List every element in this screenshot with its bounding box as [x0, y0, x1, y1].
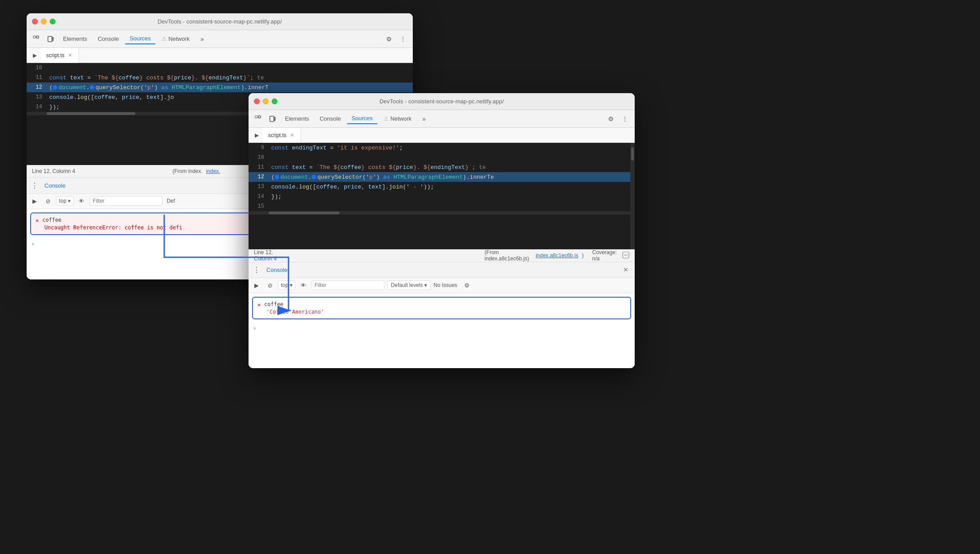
error-x-icon-back: ✕ — [36, 217, 39, 224]
devtools-toolbar-front: Elements Console Sources ⚠ Network » ⚙ ⋮ — [249, 110, 635, 128]
svg-rect-1 — [36, 36, 39, 38]
traffic-lights-front — [254, 98, 277, 104]
file-tab-name-back: script.ts — [46, 52, 64, 59]
inspect-icon[interactable] — [30, 33, 43, 45]
console-dots-back[interactable]: ⋮ — [30, 181, 39, 190]
settings-icon-back[interactable]: ⚙ — [383, 33, 395, 45]
tab-elements-back[interactable]: Elements — [59, 34, 91, 44]
default-levels-front[interactable]: Default levels ▾ — [387, 280, 431, 290]
tab-network-back[interactable]: ⚠ Network — [157, 34, 194, 44]
svg-rect-7 — [274, 117, 275, 121]
console-close-front[interactable]: ✕ — [620, 265, 631, 274]
from-label-front: (From index.a8c1ec6b.js) — [485, 249, 532, 262]
file-tab-bar-front: ▶ script.ts ✕ — [249, 128, 635, 143]
horizontal-scrollbar-front[interactable] — [249, 211, 635, 215]
maximize-button-front[interactable] — [272, 98, 277, 104]
status-bar-front: Line 12, Column 4 (From index.a8c1ec6b.j… — [249, 249, 635, 262]
toolbar-right-back: ⚙ ⋮ — [383, 33, 409, 45]
svg-rect-4 — [255, 116, 257, 118]
file-tab-bar-back: ▶ script.ts ✕ — [27, 48, 413, 63]
console-header-front: ⋮ Console ✕ — [249, 262, 635, 278]
execute-icon-front[interactable]: ▶ — [251, 280, 262, 291]
console-filter-back[interactable] — [90, 196, 162, 206]
code-line-11-front: 11 const text = `The ${coffee} costs ${p… — [249, 162, 635, 172]
sidebar-toggle-front[interactable]: ▶ — [250, 129, 263, 141]
devtools-toolbar-back: Elements Console Sources ⚠ Network » ⚙ ⋮ — [27, 30, 413, 48]
code-line-14-front: 14 }); — [249, 192, 635, 201]
tab-network-front[interactable]: ⚠ Network — [379, 114, 416, 124]
traffic-lights-back — [32, 19, 55, 24]
close-button-front[interactable] — [254, 98, 260, 104]
window-title-front: DevTools - consistent-source-map-pc.netl… — [379, 98, 504, 105]
index-link-back[interactable]: index. — [206, 168, 220, 174]
success-value-front: 'Coffee Americano' — [266, 309, 626, 315]
code-line-10-front: 10 — [249, 153, 635, 162]
device-icon[interactable] — [44, 33, 57, 45]
index-link-front[interactable]: index.a8c1ec6b.js — [536, 252, 578, 259]
eye-icon-front[interactable]: 👁 — [298, 280, 309, 291]
console-tab-front[interactable]: Console — [263, 266, 291, 274]
minimize-button[interactable] — [41, 19, 47, 24]
file-tab-back[interactable]: script.ts ✕ — [41, 48, 79, 63]
warning-icon-front: ⚠ — [383, 115, 389, 122]
more-options-icon-front[interactable]: ⋮ — [619, 113, 631, 125]
sidebar-toggle-back[interactable]: ▶ — [28, 49, 41, 62]
tab-console-front[interactable]: Console — [315, 114, 345, 124]
minimize-button-front[interactable] — [263, 98, 269, 104]
clear-icon-front[interactable]: ⊘ — [265, 280, 275, 291]
code-line-12-back: 12 (document.querySelector('p') as HTMLP… — [27, 83, 413, 92]
error-title-back: coffee — [42, 217, 61, 223]
window-title-back: DevTools - consistent-source-map-pc.netl… — [158, 18, 282, 25]
code-line-10: 10 — [27, 63, 413, 73]
eye-icon-back[interactable]: 👁 — [76, 196, 87, 206]
more-tabs-icon-front[interactable]: » — [418, 113, 430, 125]
tab-console-back[interactable]: Console — [93, 34, 123, 44]
toolbar-right-front: ⚙ ⋮ — [605, 113, 631, 125]
title-bar-front: DevTools - consistent-source-map-pc.netl… — [249, 93, 635, 110]
console-panel-front: ⋮ Console ✕ ▶ ⊘ top ▾ 👁 Default levels ▾… — [249, 262, 635, 369]
top-selector-back[interactable]: top ▾ — [56, 196, 74, 206]
coverage-label: Coverage: n/a — [592, 249, 619, 262]
console-toolbar-front: ▶ ⊘ top ▾ 👁 Default levels ▾ No Issues ⚙ — [249, 278, 635, 293]
tab-sources-back[interactable]: Sources — [125, 33, 155, 44]
more-options-icon-back[interactable]: ⋮ — [397, 33, 409, 45]
coverage-icon — [622, 251, 629, 259]
console-prompt-front: › — [249, 323, 635, 333]
execute-icon-back[interactable]: ▶ — [29, 196, 40, 206]
tab-sources-front[interactable]: Sources — [347, 113, 377, 124]
more-tabs-icon[interactable]: » — [196, 33, 208, 45]
file-tab-name-front: script.ts — [268, 132, 286, 138]
console-filter-front[interactable] — [312, 280, 384, 290]
title-bar-back: DevTools - consistent-source-map-pc.netl… — [27, 13, 413, 30]
maximize-button[interactable] — [50, 19, 55, 24]
close-button[interactable] — [32, 19, 38, 24]
svg-rect-5 — [258, 116, 261, 118]
console-dots-front[interactable]: ⋮ — [252, 265, 261, 274]
code-line-12-front: 12 (document.querySelector('p') as HTMLP… — [249, 172, 635, 182]
settings-icon-front[interactable]: ⚙ — [605, 113, 617, 125]
error-x-icon-front: ✕ — [257, 302, 261, 308]
svg-rect-2 — [48, 36, 52, 42]
clear-icon-back[interactable]: ⊘ — [43, 196, 53, 206]
cursor-front — [259, 325, 260, 331]
svg-rect-3 — [52, 37, 53, 41]
code-line-13-front: 13 console.log([coffee, price, text].joi… — [249, 182, 635, 192]
device-icon-front[interactable] — [266, 113, 279, 125]
file-tab-front[interactable]: script.ts ✕ — [263, 128, 301, 143]
prompt-arrow-front: › — [253, 325, 257, 331]
svg-rect-6 — [270, 116, 274, 122]
top-selector-front[interactable]: top ▾ — [278, 280, 296, 290]
chevron-down-icon-default: ▾ — [424, 282, 427, 288]
vertical-scrollbar-front[interactable] — [630, 143, 635, 249]
from-label-back: (From index. — [173, 168, 202, 174]
file-tab-close-front[interactable]: ✕ — [289, 132, 295, 138]
success-title-front: coffee — [264, 301, 283, 307]
devtools-window-front: DevTools - consistent-source-map-pc.netl… — [249, 93, 635, 368]
line-col-front: Line 12, Column 4 — [254, 249, 288, 262]
tab-elements-front[interactable]: Elements — [281, 114, 313, 124]
settings-icon-console-front[interactable]: ⚙ — [462, 280, 472, 291]
console-tab-back[interactable]: Console — [41, 181, 69, 190]
file-tab-close-back[interactable]: ✕ — [67, 52, 73, 59]
inspect-icon-front[interactable] — [252, 113, 265, 125]
svg-rect-0 — [33, 36, 36, 38]
